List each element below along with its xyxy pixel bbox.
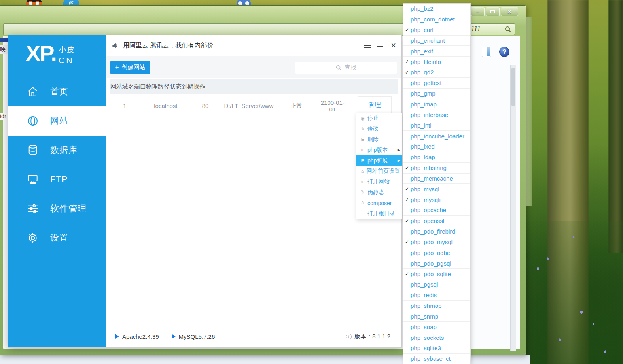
extension-item[interactable]: ✓ php_pdo_mysql: [403, 237, 470, 248]
sidebar-item[interactable]: 软件管理: [8, 194, 106, 223]
extension-item[interactable]: php_interbase: [403, 109, 470, 120]
extension-item[interactable]: php_opcache: [403, 205, 470, 216]
create-site-button[interactable]: + 创建网站: [110, 61, 150, 74]
extension-item[interactable]: ✓ php_mysqli: [403, 194, 470, 205]
sidebar-item[interactable]: FTP: [8, 165, 106, 194]
desktop-icon[interactable]: [26, 0, 42, 6]
row-index: 1: [110, 102, 144, 109]
context-menu-item[interactable]: ♙ composer: [356, 198, 402, 208]
ftp-monitor-icon: [27, 173, 39, 186]
extension-item[interactable]: ✓ php_curl: [403, 25, 470, 36]
extension-name: php_pgsql: [411, 281, 438, 288]
context-menu-item[interactable]: ↻ 伪静态: [356, 187, 402, 198]
extension-item[interactable]: php_imap: [403, 99, 470, 110]
context-menu-item[interactable]: ≡ 打开根目录: [356, 208, 402, 219]
help-icon[interactable]: ?: [499, 47, 509, 57]
minimize-button[interactable]: –: [471, 7, 485, 16]
extension-item[interactable]: ✓ php_gd2: [403, 67, 470, 78]
extension-item[interactable]: php_pgsql: [403, 279, 470, 290]
extension-item[interactable]: ✓ php_fileinfo: [403, 57, 470, 67]
desktop-icon[interactable]: (K: [63, 0, 79, 5]
extension-item[interactable]: php_intl: [403, 120, 470, 131]
extension-name: php_pdo_mysql: [411, 239, 453, 245]
extension-item[interactable]: php_shmop: [403, 301, 470, 311]
menu-icon[interactable]: [364, 43, 371, 50]
info-icon: i: [346, 334, 352, 339]
context-menu-item[interactable]: ⊞ php版本 ▶: [356, 145, 402, 155]
sidebar: XP. 小皮 CN 首页: [8, 35, 106, 347]
search-icon[interactable]: [505, 26, 511, 33]
extension-item[interactable]: php_gettext: [403, 78, 470, 89]
context-menu-item[interactable]: ◉ 停止: [356, 113, 402, 124]
menu-item-icon: ♙: [360, 200, 366, 206]
context-menu-item[interactable]: ⌂ 网站首页设置: [356, 166, 402, 177]
extension-item[interactable]: php_ldap: [403, 152, 470, 163]
home-icon: [27, 85, 39, 98]
close-button[interactable]: X: [501, 7, 518, 16]
extension-item[interactable]: ✓ php_pdo_sqlite: [403, 269, 470, 279]
manage-button[interactable]: 管理: [358, 96, 392, 113]
minimize-button[interactable]: [377, 46, 383, 47]
sidebar-item[interactable]: 网站: [8, 106, 106, 136]
search-input[interactable]: 查找: [295, 62, 397, 74]
scrollbar[interactable]: [510, 65, 516, 351]
check-icon: ✓: [405, 70, 409, 75]
desktop-icon[interactable]: [237, 0, 251, 6]
mysql-service[interactable]: MySQL5.7.26: [172, 333, 215, 340]
logo-main: XP.: [26, 41, 56, 66]
database-icon: [27, 144, 39, 157]
menu-item-label: 打开网站: [367, 178, 390, 185]
extension-item[interactable]: php_memcache: [403, 174, 470, 184]
extension-item[interactable]: php_pdo_pgsql: [403, 258, 470, 269]
extension-name: php_ldap: [411, 154, 435, 160]
extension-item[interactable]: php_ixed: [403, 141, 470, 152]
sliders-icon: [27, 202, 39, 215]
sidebar-item[interactable]: 首页: [8, 77, 106, 106]
extension-name: php_pdo_sqlite: [411, 271, 451, 277]
address-bar[interactable]: [3, 23, 449, 35]
table-header-cell: 物理路径: [146, 83, 170, 91]
extension-item[interactable]: php_pdo_firebird: [403, 226, 470, 237]
desktop: (K – X 1111 ? 映 idr XP. 小皮: [0, 0, 623, 364]
extension-item[interactable]: php_com_dotnet: [403, 14, 470, 25]
extension-item[interactable]: ✓ php_mbstring: [403, 163, 470, 174]
submenu-arrow-icon: ▶: [398, 159, 400, 162]
scrollbar-thumb[interactable]: [511, 68, 515, 106]
context-menu-item[interactable]: ⊕ 打开网站: [356, 177, 402, 187]
maximize-button[interactable]: [486, 7, 500, 16]
extension-item[interactable]: ✓ php_openssl: [403, 216, 470, 226]
extension-item[interactable]: php_pdo_odbc: [403, 247, 470, 258]
extension-name: php_memcache: [411, 175, 453, 182]
extension-item[interactable]: php_sqlite3: [403, 343, 470, 354]
extension-item[interactable]: php_snmp: [403, 311, 470, 322]
sidebar-item[interactable]: 数据库: [8, 136, 106, 165]
extension-item[interactable]: php_redis: [403, 290, 470, 301]
ad-banner-text[interactable]: 用阿里云 腾讯云，我们有内部价: [123, 41, 213, 50]
extension-item[interactable]: php_sockets: [403, 332, 470, 343]
background-window-frame-edge: [526, 17, 532, 206]
extension-item[interactable]: php_enchant: [403, 36, 470, 46]
sidebar-item-label: 设置: [50, 232, 68, 244]
extension-item[interactable]: ✓ php_mysql: [403, 184, 470, 194]
context-menu-item[interactable]: ⊟ 删除: [356, 134, 402, 145]
sidebar-item-label: FTP: [50, 174, 68, 185]
extension-name: php_sockets: [411, 334, 444, 341]
extension-item[interactable]: php_bz2: [403, 4, 470, 14]
close-button[interactable]: ×: [391, 41, 396, 50]
extension-name: php_sybase_ct: [411, 355, 451, 362]
extension-item[interactable]: php_ioncube_loader: [403, 131, 470, 141]
site-path: D:/LT_Server/www: [223, 102, 275, 109]
table-row[interactable]: 1 localhost 80 D:/LT_Server/www 正常 2100-…: [110, 94, 398, 117]
extension-item[interactable]: php_sybase_ct: [403, 354, 470, 364]
search-placeholder: 查找: [345, 64, 356, 72]
extension-item[interactable]: php_gmp: [403, 89, 470, 99]
page-layout-icon[interactable]: [482, 47, 491, 57]
extension-item[interactable]: php_soap: [403, 322, 470, 332]
search-icon: [336, 65, 342, 71]
context-menu-item[interactable]: ✎ 修改: [356, 124, 402, 134]
sidebar-item[interactable]: 设置: [8, 223, 106, 253]
apache-service[interactable]: Apache2.4.39: [115, 333, 159, 340]
extension-item[interactable]: php_exif: [403, 46, 470, 57]
context-menu-item[interactable]: ⊞ php扩展 ▶: [356, 155, 402, 166]
menu-item-icon: ↻: [360, 190, 366, 195]
